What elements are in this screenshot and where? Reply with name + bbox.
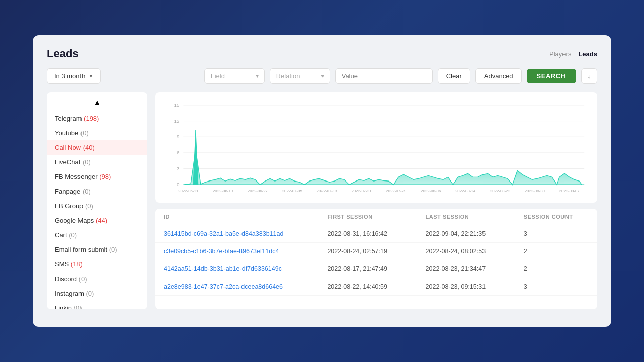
cell-last-session: 2022-08-24, 08:02:53: [426, 248, 524, 255]
cell-session-count: 3: [524, 230, 589, 237]
nav-links: Players Leads: [549, 50, 597, 58]
sidebar-item-fbmessenger[interactable]: FB Messenger (98): [47, 169, 147, 184]
cell-session-count: 2: [524, 265, 589, 273]
sidebar-item-discord[interactable]: Discord (0): [47, 272, 147, 286]
cell-id: 4142aa51-14db-3b31-ab1e-df7d6336149c: [164, 265, 327, 273]
time-filter-button[interactable]: In 3 month ▼: [47, 68, 101, 84]
sidebar-item-instagram[interactable]: Instagram (0): [47, 286, 147, 301]
svg-text:15: 15: [174, 102, 180, 108]
svg-text:12: 12: [174, 118, 180, 124]
svg-text:2022-07-21: 2022-07-21: [351, 189, 371, 193]
svg-text:2022-07-13: 2022-07-13: [317, 189, 338, 193]
cell-session-count: 2: [524, 248, 589, 255]
table-row[interactable]: 361415bd-c69a-32a1-ba5e-d84a383b11ad 202…: [155, 225, 597, 243]
sidebar-item-callnow[interactable]: Call Now (40): [47, 140, 147, 155]
table-body: 361415bd-c69a-32a1-ba5e-d84a383b11ad 202…: [155, 225, 597, 296]
relation-select[interactable]: Relation: [270, 68, 330, 84]
main-card: Leads Players Leads In 3 month ▼ Field R…: [33, 35, 611, 327]
svg-text:2022-06-27: 2022-06-27: [248, 189, 268, 193]
search-button[interactable]: SEARCH: [527, 69, 576, 83]
sidebar-item-googlemaps[interactable]: Google Maps (44): [47, 213, 147, 228]
cell-first-session: 2022-08-22, 14:40:59: [327, 283, 425, 290]
clear-button[interactable]: Clear: [438, 68, 470, 84]
sidebar-item-youtube[interactable]: Youtube (0): [47, 126, 147, 140]
sidebar-item-emailform[interactable]: Email form submit (0): [47, 242, 147, 257]
svg-marker-13: [193, 130, 198, 185]
right-panel: 0 3 6 9 12 15: [155, 92, 597, 309]
sidebar: ▲ Telegram (198) Youtube (0) Call Now (4…: [47, 92, 147, 309]
filter-row: In 3 month ▼ Field Relation Clear Advanc…: [47, 68, 597, 84]
sidebar-item-telegram[interactable]: Telegram (198): [47, 111, 147, 126]
chart-svg: 0 3 6 9 12 15: [164, 100, 589, 195]
cell-last-session: 2022-09-04, 22:21:35: [426, 230, 524, 237]
table-row[interactable]: 4142aa51-14db-3b31-ab1e-df7d6336149c 202…: [155, 260, 597, 278]
cell-id: a2e8e983-1e47-37c7-a2ca-dceea8d664e6: [164, 283, 327, 290]
chart-area: 0 3 6 9 12 15: [155, 92, 597, 203]
sidebar-item-fbgroup[interactable]: FB Group (0): [47, 199, 147, 213]
cell-session-count: 3: [524, 283, 589, 290]
svg-text:2022-06-19: 2022-06-19: [213, 189, 233, 193]
cell-last-session: 2022-08-23, 21:34:47: [426, 265, 524, 273]
svg-text:2022-07-05: 2022-07-05: [282, 189, 303, 193]
content-area: ▲ Telegram (198) Youtube (0) Call Now (4…: [47, 92, 597, 309]
sidebar-item-linkin[interactable]: Linkin (0): [47, 301, 147, 309]
svg-text:9: 9: [177, 134, 180, 139]
svg-text:3: 3: [177, 165, 180, 171]
col-header-session-count: SESSION COUNT: [524, 214, 589, 220]
col-header-first-session: FIRST SESSION: [327, 214, 425, 220]
page-title: Leads: [47, 47, 79, 60]
sidebar-item-livechat[interactable]: LiveChat (0): [47, 155, 147, 169]
svg-text:6: 6: [177, 150, 180, 155]
sidebar-item-sms[interactable]: SMS (18): [47, 257, 147, 272]
col-header-id: ID: [164, 214, 327, 220]
svg-text:2022-08-30: 2022-08-30: [525, 189, 545, 193]
table-row[interactable]: c3e09cb5-c1b6-3b7e-bfae-89673ef11dc4 202…: [155, 243, 597, 260]
download-button[interactable]: ↓: [581, 68, 598, 84]
svg-text:2022-09-07: 2022-09-07: [559, 189, 580, 193]
header-row: Leads Players Leads: [47, 47, 597, 60]
nav-leads[interactable]: Leads: [578, 50, 597, 58]
nav-players[interactable]: Players: [549, 50, 571, 58]
svg-text:2022-08-06: 2022-08-06: [421, 189, 441, 193]
cell-last-session: 2022-08-23, 09:15:31: [426, 283, 524, 290]
cell-first-session: 2022-08-31, 16:16:42: [327, 230, 425, 237]
sidebar-collapse-button[interactable]: ▲: [47, 96, 147, 111]
table-row[interactable]: a2e8e983-1e47-37c7-a2ca-dceea8d664e6 202…: [155, 278, 597, 296]
cell-first-session: 2022-08-17, 21:47:49: [327, 265, 425, 273]
svg-marker-12: [183, 150, 584, 185]
svg-text:2022-07-29: 2022-07-29: [386, 189, 406, 193]
col-header-last-session: LAST SESSION: [426, 214, 524, 220]
field-select-wrapper: Field: [204, 68, 265, 84]
advanced-button[interactable]: Advanced: [475, 68, 522, 84]
chevron-down-icon: ▼: [88, 73, 93, 79]
time-filter-label: In 3 month: [54, 72, 85, 80]
svg-text:2022-08-14: 2022-08-14: [455, 189, 476, 193]
relation-select-wrapper: Relation: [270, 68, 330, 84]
sidebar-item-fanpage[interactable]: Fanpage (0): [47, 184, 147, 199]
collapse-icon: ▲: [93, 98, 101, 107]
cell-id: c3e09cb5-c1b6-3b7e-bfae-89673ef11dc4: [164, 248, 327, 255]
cell-id: 361415bd-c69a-32a1-ba5e-d84a383b11ad: [164, 230, 327, 237]
svg-text:2022-06-11: 2022-06-11: [178, 189, 198, 193]
sidebar-item-cart[interactable]: Cart (0): [47, 228, 147, 242]
cell-first-session: 2022-08-24, 02:57:19: [327, 248, 425, 255]
field-select[interactable]: Field: [204, 68, 265, 84]
svg-text:2022-08-22: 2022-08-22: [490, 189, 510, 193]
data-table: ID FIRST SESSION LAST SESSION SESSION CO…: [155, 209, 597, 309]
table-header: ID FIRST SESSION LAST SESSION SESSION CO…: [155, 209, 597, 225]
value-input[interactable]: [335, 68, 433, 84]
svg-text:0: 0: [177, 182, 180, 187]
